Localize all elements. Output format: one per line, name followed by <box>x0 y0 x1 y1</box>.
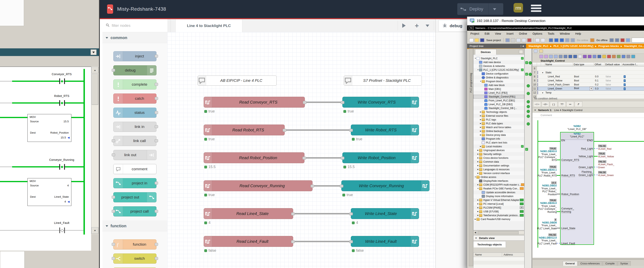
menu-online[interactable]: Online <box>519 32 527 35</box>
wire[interactable] <box>292 213 352 214</box>
toolbar-icon[interactable] <box>480 38 484 42</box>
toolbar-icon[interactable] <box>522 38 526 42</box>
input-port[interactable] <box>349 212 353 215</box>
editor-toolbar-icon[interactable] <box>568 55 572 58</box>
node-Write-Line4_State[interactable]: Write Line4_State <box>351 208 419 219</box>
input-pin-Line4_Fault[interactable]: Line4_Fault <box>561 242 575 245</box>
flow-list-icon[interactable] <box>426 24 429 29</box>
tree-item[interactable]: ▶ Version control interface <box>474 171 524 175</box>
editor-toolbar-icon[interactable] <box>598 55 601 58</box>
menu-insert[interactable]: Insert <box>506 32 514 35</box>
toolbar-icon[interactable] <box>590 38 594 42</box>
tree-item[interactable]: ▶ Watch and force tables <box>474 125 524 129</box>
editor-toolbar-icon[interactable] <box>626 55 630 58</box>
output-port[interactable] <box>155 125 158 128</box>
output-port[interactable] <box>302 157 306 160</box>
output-port[interactable] <box>310 185 314 188</box>
node-Read-Line4_Fault[interactable]: Read Line4_Fault <box>204 236 293 247</box>
network-comment[interactable]: Comment <box>532 113 644 118</box>
comment-node[interactable]: AB EIP/CIP - Line 4 PLC <box>198 76 277 86</box>
tree-item[interactable]: Display more information <box>474 194 524 198</box>
ladder-tool-icon[interactable]: ?? <box>558 101 566 107</box>
node-Write-Robot_RTS[interactable]: Write Robot_RTS <box>351 125 419 135</box>
input-operand[interactable]: FALSE%DB1.DBX12.0"From_Line4_PLC".Line4_… <box>537 233 557 245</box>
tree-item[interactable]: Add new block <box>474 83 524 87</box>
input-operand[interactable]: 15.5%DB1.DBD2"From_Line4_PLC".Robot_Posi… <box>541 181 557 196</box>
output-port[interactable] <box>303 101 306 104</box>
palette-node-link-call[interactable]: link call <box>113 136 156 146</box>
ladder-tag-Conveyor_Running[interactable]: Conveyor_Running <box>38 158 86 161</box>
output-pin-Red_Light[interactable]: Red_Light <box>561 147 593 150</box>
tab-devices[interactable]: Devices <box>475 49 496 55</box>
table-row[interactable]: 12▼ Temp <box>532 91 644 95</box>
node-Read-Line4_State[interactable]: Read Line4_State <box>204 208 293 219</box>
palette-node-project-out[interactable]: project out <box>113 192 156 202</box>
ladder-tool-icon[interactable]: ⊣ ⊢ <box>533 101 541 107</box>
table-row[interactable]: 9 Line4_Yellow Bool0.1 false ✓ <box>532 79 644 83</box>
toolbar-icon[interactable] <box>620 38 625 42</box>
network-header[interactable]: ▼ Network 1: Line 4 Stacklight Control <box>532 108 644 113</box>
editor-toolbar-icon[interactable] <box>554 55 558 58</box>
toolbar-icon[interactable] <box>469 38 474 42</box>
run-flow-icon[interactable] <box>402 23 408 28</box>
toolbar-icon[interactable] <box>535 38 540 42</box>
table-row[interactable]: 6 <box>532 66 644 70</box>
palette-node-complete[interactable]: complete <box>113 79 156 89</box>
tab-general[interactable]: General <box>563 261 578 266</box>
breadcrumb-item[interactable]: Program blocks <box>598 44 619 47</box>
tree-item[interactable]: ▼ PLC_1 [CPU 1212C AC/DC/Rly]✓ <box>474 68 524 72</box>
tree-item[interactable]: ▼ Online access <box>474 175 524 179</box>
node-Read-Conveyor_Running[interactable]: Read Conveyor_Running <box>204 180 312 191</box>
node-Read-Robot_RTS[interactable]: Read Robot_RTS <box>204 125 285 135</box>
tree-item[interactable]: ▶ Languages & resources <box>474 167 524 171</box>
tree-item[interactable]: ▶ Online backups <box>474 129 524 133</box>
editor-toolbar-icon[interactable] <box>607 55 611 58</box>
input-port[interactable] <box>112 210 115 213</box>
workspace-tab[interactable]: Line 4 to Stacklight PLC <box>176 19 242 32</box>
menu-project[interactable]: Project <box>470 32 479 35</box>
tree-item[interactable]: ▶ Common data <box>474 160 524 164</box>
input-pin-Conveyor_Running[interactable]: Conveyor_Running <box>561 207 574 213</box>
tree-item[interactable]: Add new device <box>474 60 524 64</box>
tree-item[interactable]: Update accessible devices <box>474 190 524 194</box>
palette-section-common[interactable]: common <box>102 32 167 43</box>
scroll-down-icon[interactable]: ▼ <box>92 227 98 234</box>
chevron-down-icon[interactable] <box>90 49 96 55</box>
avatar[interactable]: rm <box>514 3 523 12</box>
input-pin-Conveyor_RTS[interactable]: Conveyor_RTS <box>561 158 579 162</box>
tree-item[interactable]: ▶ Hyper-V Virtual Ethernet Adapter <box>474 198 524 202</box>
tree-item[interactable]: ▶ Security settings <box>474 152 524 156</box>
menu-help[interactable]: Help <box>575 32 581 35</box>
ladder-tool-icon[interactable]: ↱ <box>575 101 582 107</box>
scrollbar-thumb[interactable] <box>92 74 98 105</box>
toolbar-icon[interactable] <box>506 38 510 42</box>
breadcrumb-item[interactable]: Stacklight_PLC <box>528 44 548 47</box>
input-port[interactable] <box>112 153 115 156</box>
input-port[interactable] <box>112 139 115 142</box>
input-port[interactable] <box>341 101 344 104</box>
input-pin-Line4_State[interactable]: Line4_State <box>561 227 575 230</box>
input-port[interactable] <box>340 185 343 188</box>
tree-item[interactable]: Display/hide interfaces <box>474 179 524 183</box>
palette-node-link-in[interactable]: link in <box>113 122 156 132</box>
palette-node-catch[interactable]: catch <box>113 93 156 104</box>
palette-search[interactable]: filter nodes <box>102 19 167 32</box>
devices-options-icon[interactable] <box>519 50 523 54</box>
tree-item[interactable]: ▶ External source files <box>474 114 524 118</box>
editor-toolbar-icon[interactable] <box>583 55 587 58</box>
editor-icon[interactable] <box>534 49 538 53</box>
input-port[interactable] <box>112 69 115 72</box>
wire[interactable] <box>304 102 343 103</box>
ladder-tag-Line4_Fault[interactable]: Line4_Fault <box>38 221 86 225</box>
output-port[interactable] <box>155 97 158 100</box>
editor-toolbar-icon[interactable] <box>559 55 562 58</box>
deploy-button[interactable]: Deploy <box>457 3 503 15</box>
editor-toolbar-icon[interactable] <box>539 55 543 58</box>
tree-item[interactable]: ▼ Program blocks <box>474 79 524 83</box>
project-tree-header[interactable]: Project tree▯◀ <box>467 44 526 49</box>
output-port[interactable] <box>155 139 158 142</box>
toolbar-icon[interactable] <box>565 38 570 42</box>
toolbar-icon[interactable] <box>549 38 553 42</box>
tree-item[interactable]: ▶ Documentation settings <box>474 164 524 167</box>
tree-item[interactable]: ▶ Cross-device functions <box>474 156 524 160</box>
